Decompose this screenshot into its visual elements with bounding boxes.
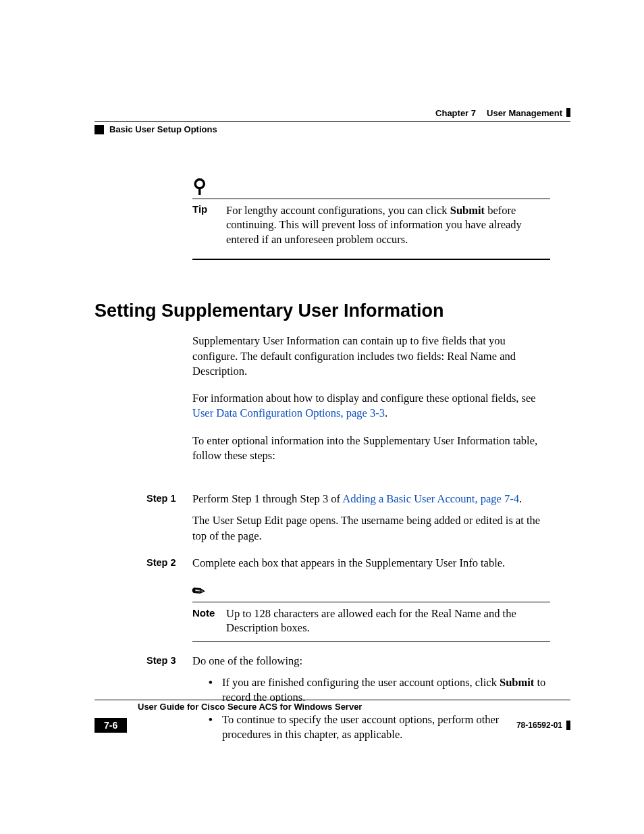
- note-text: Up to 128 characters are allowed each fo…: [226, 606, 550, 635]
- intro-paragraph-1: Supplementary User Information can conta…: [192, 334, 550, 379]
- tip-section: ⚲ Tip For lengthy account configurations…: [192, 175, 570, 260]
- tip-submit-word: Submit: [450, 204, 485, 217]
- footer-marker-icon: [566, 721, 570, 730]
- step-1-follow: The User Setup Edit page opens. The user…: [192, 513, 550, 544]
- bullet-1-pre: If you are finished configuring the user…: [222, 676, 500, 689]
- chapter-title: User Management: [487, 108, 562, 118]
- footer-rule: [95, 700, 570, 700]
- section-row: Basic User Setup Options: [95, 124, 570, 134]
- running-header: Chapter 7 User Management: [95, 108, 570, 118]
- adding-basic-user-link[interactable]: Adding a Basic User Account, page 7-4: [342, 492, 519, 505]
- step-1: Step 1 Perform Step 1 through Step 3 of …: [146, 492, 552, 544]
- section-marker-icon: [95, 125, 104, 134]
- step-1-text: Perform Step 1 through Step 3 of Adding …: [192, 492, 550, 506]
- step-2-label: Step 2: [146, 556, 192, 642]
- header-rule: [95, 121, 570, 122]
- step-1-label: Step 1: [146, 492, 192, 544]
- header-marker-icon: [566, 108, 570, 117]
- document-id: 78-16592-01: [516, 721, 562, 730]
- step-2: Step 2 Complete each box that appears in…: [146, 556, 552, 642]
- tip-label: Tip: [192, 203, 226, 246]
- note-bottom-rule: [192, 641, 550, 642]
- tip-top-rule: [192, 199, 550, 199]
- note-label: Note: [192, 606, 226, 635]
- intro-p2-pre: For information about how to display and…: [192, 392, 536, 405]
- tip-bottom-rule: [192, 259, 550, 260]
- intro-p2-post: .: [385, 407, 387, 419]
- step-2-text: Complete each box that appears in the Su…: [192, 556, 550, 571]
- step-3-text: Do one of the following:: [192, 654, 550, 669]
- note-top-rule: [192, 602, 550, 602]
- user-data-config-link[interactable]: User Data Configuration Options, page 3-…: [192, 407, 385, 419]
- intro-paragraph-2: For information about how to display and…: [192, 391, 550, 421]
- guide-title: User Guide for Cisco Secure ACS for Wind…: [135, 702, 365, 712]
- tip-icon: ⚲: [192, 175, 207, 197]
- page-footer: User Guide for Cisco Secure ACS for Wind…: [95, 700, 570, 733]
- intro-paragraph-3: To enter optional information into the S…: [192, 434, 550, 464]
- note-block: ✎ Note Up to 128 characters are allowed …: [192, 581, 550, 642]
- chapter-label: Chapter 7: [435, 108, 476, 118]
- section-label: Basic User Setup Options: [109, 124, 217, 134]
- step-1-pre: Perform Step 1 through Step 3 of: [192, 492, 342, 505]
- page-number-badge: 7-6: [95, 718, 127, 733]
- tip-text-pre: For lengthy account configurations, you …: [226, 204, 450, 217]
- page-content: Chapter 7 User Management Basic User Set…: [95, 108, 570, 742]
- tip-text: For lengthy account configurations, you …: [226, 203, 550, 246]
- section-heading: Setting Supplementary User Information: [95, 301, 570, 321]
- bullet-1-bold: Submit: [500, 676, 534, 689]
- step-1-post: .: [519, 492, 522, 505]
